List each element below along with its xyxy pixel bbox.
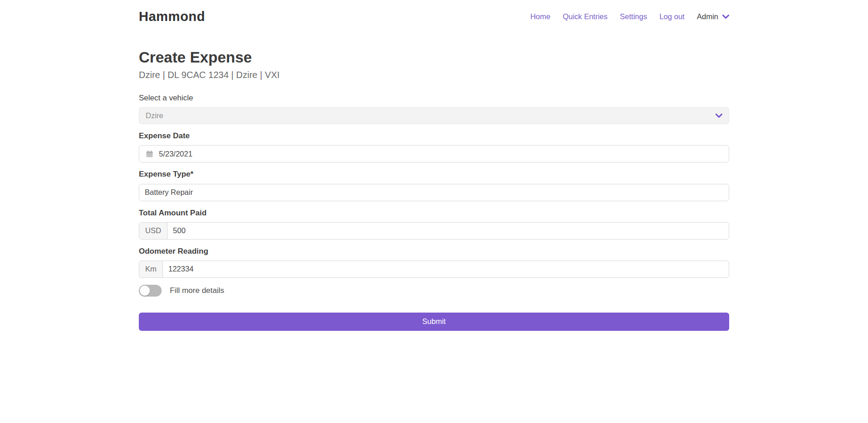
expense-type-label: Expense Type* [139,169,729,179]
app-header: Hammond Home Quick Entries Settings Log … [0,0,868,24]
chevron-down-icon [722,15,729,19]
create-expense-page: Create Expense Dzire | DL 9CAC 1234 | Dz… [138,48,730,331]
nav-settings[interactable]: Settings [620,12,647,21]
expense-type-input[interactable] [139,184,729,201]
total-amount-field: Total Amount Paid USD [139,208,729,240]
vehicle-select[interactable]: Dzire [139,107,729,124]
calendar-icon [146,150,153,158]
nav-home[interactable]: Home [530,12,550,21]
fill-more-details-toggle[interactable] [139,285,162,297]
chevron-down-icon [715,114,722,118]
fill-more-details-row: Fill more details [139,285,729,297]
odometer-label: Odometer Reading [139,246,729,256]
total-amount-label: Total Amount Paid [139,208,729,218]
toggle-knob [140,286,150,296]
vehicle-select-value: Dzire [146,111,163,120]
nav-logout[interactable]: Log out [659,12,684,21]
expense-date-field: Expense Date [139,131,729,162]
submit-button[interactable]: Submit [139,313,729,331]
total-amount-input[interactable] [168,223,729,239]
currency-prefix: USD [139,223,168,239]
page-title: Create Expense [139,48,729,67]
vehicle-summary: Dzire | DL 9CAC 1234 | Dzire | VXI [139,69,729,81]
expense-form: Select a vehicle Dzire Expense Date [139,93,729,330]
main-nav: Home Quick Entries Settings Log out Admi… [530,12,729,21]
expense-date-label: Expense Date [139,131,729,141]
expense-type-field: Expense Type* [139,169,729,201]
fill-more-details-label: Fill more details [170,286,224,295]
odometer-field: Odometer Reading Km [139,246,729,278]
odometer-input[interactable] [163,261,729,277]
user-menu-label: Admin [697,12,718,21]
distance-unit-prefix: Km [139,261,163,277]
expense-date-input[interactable] [153,146,729,162]
vehicle-label: Select a vehicle [139,93,729,103]
app-logo[interactable]: Hammond [139,9,205,24]
nav-quick-entries[interactable]: Quick Entries [563,12,607,21]
user-menu[interactable]: Admin [697,12,729,21]
vehicle-field: Select a vehicle Dzire [139,93,729,124]
